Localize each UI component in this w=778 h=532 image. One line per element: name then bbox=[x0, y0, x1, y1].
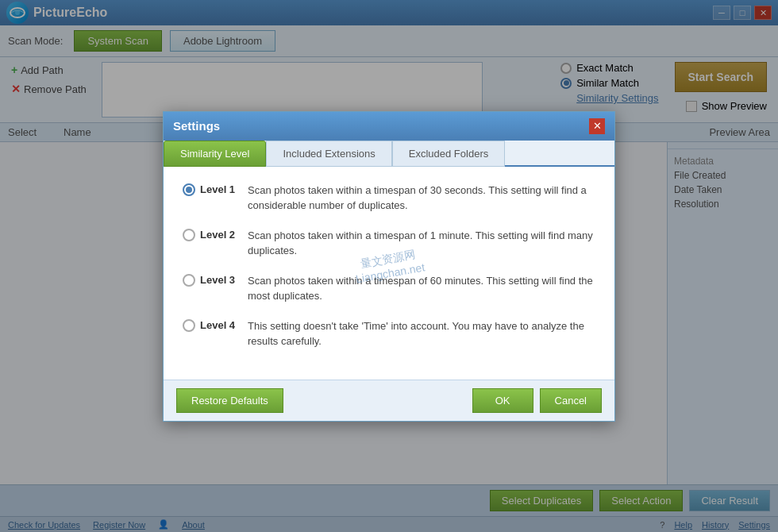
settings-dialog: Settings ✕ Similarity Level Included Ext… bbox=[163, 111, 615, 422]
dialog-tabs: Similarity Level Included Extensions Exc… bbox=[164, 141, 614, 167]
dialog-close-button[interactable]: ✕ bbox=[589, 118, 605, 134]
level4-radio[interactable] bbox=[183, 319, 195, 332]
dialog-title: Settings bbox=[173, 119, 220, 133]
dialog-title-bar: Settings ✕ bbox=[164, 112, 614, 141]
cancel-button[interactable]: Cancel bbox=[540, 388, 602, 413]
level2-radio[interactable] bbox=[183, 229, 195, 241]
tab-excluded-folders[interactable]: Excluded Folders bbox=[392, 141, 505, 167]
level3-radio-group: Level 3 bbox=[183, 274, 238, 287]
ok-button[interactable]: OK bbox=[472, 388, 533, 413]
level1-desc: Scan photos taken within a timespan of 3… bbox=[248, 183, 595, 214]
level4-label: Level 4 bbox=[200, 319, 235, 331]
level2-radio-group: Level 2 bbox=[183, 229, 238, 241]
tab-included-extensions[interactable]: Included Extensions bbox=[266, 141, 391, 167]
level2-desc: Scan photos taken within a timespan of 1… bbox=[248, 228, 595, 259]
level4-radio-group: Level 4 bbox=[183, 319, 238, 332]
tab-similarity-level[interactable]: Similarity Level bbox=[164, 141, 266, 167]
dialog-content: Level 1 Scan photos taken within a times… bbox=[164, 167, 614, 380]
level2-row: Level 2 Scan photos taken within a times… bbox=[183, 228, 595, 259]
level3-row: Level 3 Scan photos taken within a times… bbox=[183, 273, 595, 304]
level3-label: Level 3 bbox=[200, 274, 235, 286]
level3-radio[interactable] bbox=[183, 274, 195, 287]
level4-desc: This setting doesn't take 'Time' into ac… bbox=[248, 318, 595, 349]
level4-row: Level 4 This setting doesn't take 'Time'… bbox=[183, 318, 595, 349]
main-window: PictureEcho ─ □ ✕ Scan Mode: System Scan… bbox=[0, 0, 778, 532]
level1-radio-group: Level 1 bbox=[183, 183, 238, 196]
level1-radio[interactable] bbox=[183, 183, 195, 196]
modal-overlay: 量文资源网 Liangchan.net Settings ✕ Similarit… bbox=[0, 0, 778, 532]
level1-label: Level 1 bbox=[200, 183, 235, 195]
level3-desc: Scan photos taken within a timespan of 6… bbox=[248, 273, 595, 304]
restore-defaults-button[interactable]: Restore Defaults bbox=[176, 388, 283, 413]
level1-row: Level 1 Scan photos taken within a times… bbox=[183, 183, 595, 214]
dialog-footer: Restore Defaults OK Cancel bbox=[164, 380, 614, 421]
dialog-footer-left: Restore Defaults bbox=[176, 388, 283, 413]
dialog-footer-right: OK Cancel bbox=[472, 388, 602, 413]
level2-label: Level 2 bbox=[200, 229, 235, 241]
